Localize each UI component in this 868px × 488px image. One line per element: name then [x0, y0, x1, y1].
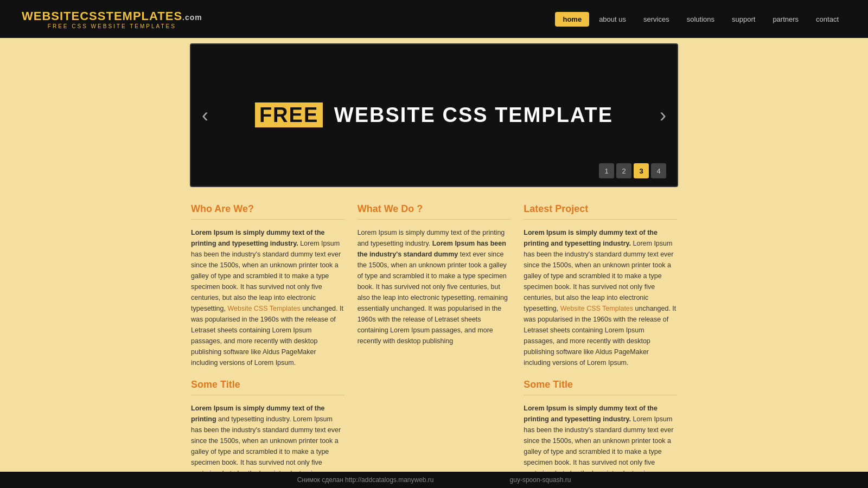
section-title-what: What We Do ?: [358, 203, 511, 220]
slider-next-button[interactable]: ›: [654, 99, 672, 132]
logo-main: WEBSITECSSTEMPLATES.com: [22, 9, 202, 23]
nav-solutions[interactable]: solutions: [679, 12, 722, 27]
section-who-are-we: Who Are We? Lorem Ipsum is simply dummy …: [191, 203, 344, 368]
nav-support[interactable]: support: [724, 12, 763, 27]
section-latest-project: Latest Project Lorem Ipsum is simply dum…: [524, 203, 677, 368]
main-nav: home about us services solutions support…: [555, 12, 846, 27]
section-title-latest: Latest Project: [524, 203, 677, 220]
slider-content: FREE WEBSITE CSS TEMPLATE: [255, 104, 613, 127]
page-dot-2[interactable]: 2: [616, 163, 631, 178]
logo-sub: FREE CSS WEBSITE TEMPLATES: [22, 23, 202, 29]
bottom-site: guy-spoon-squash.ru: [510, 476, 571, 484]
nav-home[interactable]: home: [555, 12, 589, 27]
nav-contact[interactable]: contact: [808, 12, 846, 27]
bottom-screenshot-text: Снимок сделан http://addcatalogs.manyweb…: [297, 476, 434, 484]
section-body-who: Lorem Ipsum is simply dummy text of the …: [191, 227, 344, 368]
page-dot-3[interactable]: 3: [634, 163, 649, 178]
page-dot-4[interactable]: 4: [651, 163, 666, 178]
nav-partners[interactable]: partners: [765, 12, 806, 27]
logo-com: .com: [182, 13, 202, 22]
slider-free-label: FREE: [255, 102, 323, 127]
section-bold-what: Lorem Ipsum has been the industry's stan…: [358, 240, 506, 258]
section-title-who: Who Are We?: [191, 203, 344, 220]
slider-prev-button[interactable]: ‹: [196, 99, 214, 132]
nav-about[interactable]: about us: [591, 12, 634, 27]
link-website-css-1[interactable]: Website CSS Templates: [227, 305, 300, 312]
main-wrapper: ‹ FREE WEBSITE CSS TEMPLATE › 1 2 3 4 Wh…: [190, 38, 678, 488]
section-title-some3: Some Title: [524, 379, 677, 395]
section-bold-some1: Lorem Ipsum is simply dummy text of the …: [191, 404, 325, 423]
section-what-we-do: What We Do ? Lorem Ipsum is simply dummy…: [358, 203, 511, 368]
slider-title-rest: WEBSITE CSS TEMPLATE: [327, 104, 613, 126]
slider: ‹ FREE WEBSITE CSS TEMPLATE › 1 2 3 4: [190, 43, 678, 187]
section-body-what: Lorem Ipsum is simply dummy text of the …: [358, 227, 511, 346]
section-title-some1: Some Title: [191, 379, 344, 395]
header: WEBSITECSSTEMPLATES.com FREE CSS WEBSITE…: [0, 0, 868, 38]
link-website-css-2[interactable]: Website CSS Templates: [560, 305, 633, 312]
slider-title: FREE WEBSITE CSS TEMPLATE: [255, 104, 613, 127]
slider-pagination: 1 2 3 4: [599, 163, 666, 178]
logo-area: WEBSITECSSTEMPLATES.com FREE CSS WEBSITE…: [22, 9, 202, 29]
section-bold-latest: Lorem Ipsum is simply dummy text of the …: [524, 229, 658, 247]
page-dot-1[interactable]: 1: [599, 163, 614, 178]
section-body-latest: Lorem Ipsum is simply dummy text of the …: [524, 227, 677, 368]
content-grid: Who Are We? Lorem Ipsum is simply dummy …: [190, 203, 678, 488]
nav-services[interactable]: services: [636, 12, 677, 27]
section-bold-some3: Lorem Ipsum is simply dummy text of the …: [524, 404, 658, 423]
logo-text: WEBSITECSSTEMPLATES: [22, 9, 182, 23]
bottom-bar: Снимок сделан http://addcatalogs.manyweb…: [0, 472, 868, 488]
section-bold-who: Lorem Ipsum is simply dummy text of the …: [191, 229, 325, 247]
